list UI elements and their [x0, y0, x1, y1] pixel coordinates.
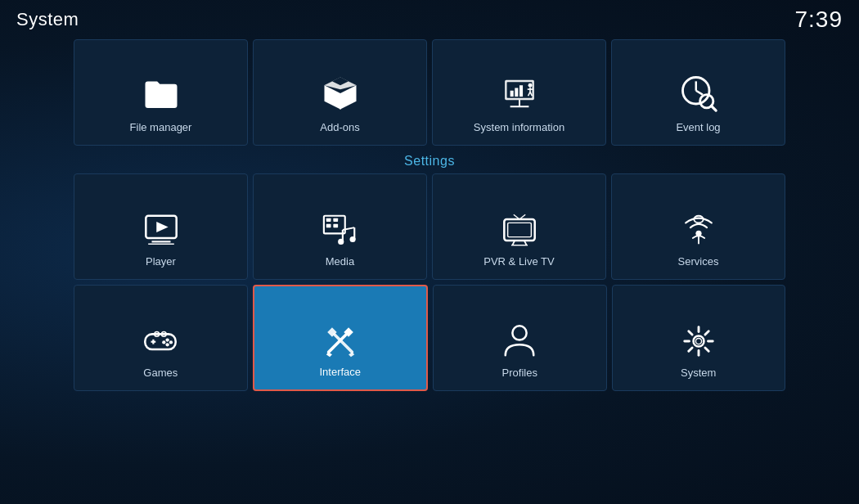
tile-pvr-live-tv[interactable]: PVR & Live TV — [432, 173, 606, 280]
tile-media[interactable]: Media — [253, 173, 427, 280]
tile-label-pvr-live-tv: PVR & Live TV — [483, 255, 554, 268]
svg-rect-9 — [510, 91, 513, 97]
tile-system-information[interactable]: System information — [432, 39, 606, 146]
tv-icon — [501, 211, 538, 249]
tile-label-event-log: Event log — [676, 121, 720, 133]
svg-marker-60 — [349, 352, 354, 357]
app-title: System — [16, 9, 79, 30]
tile-label-player: Player — [146, 255, 176, 268]
svg-point-50 — [169, 340, 173, 344]
play-icon — [142, 211, 180, 249]
tile-games[interactable]: Games — [74, 285, 248, 391]
tile-label-file-manager: File manager — [130, 121, 192, 133]
tile-label-interface: Interface — [319, 366, 361, 378]
svg-line-19 — [695, 91, 702, 95]
pencil-icon — [322, 322, 359, 359]
svg-point-52 — [166, 343, 169, 346]
svg-rect-10 — [515, 88, 518, 97]
svg-point-61 — [513, 326, 527, 340]
svg-rect-28 — [333, 218, 338, 222]
svg-point-35 — [349, 236, 355, 242]
tile-event-log[interactable]: Event log — [611, 39, 785, 146]
tile-label-games: Games — [143, 367, 178, 379]
tile-profiles[interactable]: Profiles — [433, 285, 607, 391]
media-icon — [322, 211, 359, 249]
svg-line-21 — [711, 106, 716, 110]
svg-point-49 — [166, 338, 169, 341]
bottom-grid: Games Interface Profiles — [0, 285, 859, 391]
tile-services[interactable]: Services — [611, 173, 785, 280]
svg-rect-27 — [326, 218, 331, 222]
section-label: Settings — [0, 146, 859, 173]
settings-grid: Player Media — [0, 173, 859, 280]
tile-label-add-ons: Add-ons — [320, 121, 359, 133]
svg-point-12 — [528, 83, 532, 88]
gear-icon — [680, 322, 717, 360]
svg-line-68 — [705, 348, 708, 351]
clock-search-icon — [677, 72, 720, 115]
svg-line-67 — [689, 331, 692, 335]
tile-label-system-information: System information — [474, 121, 564, 133]
tile-file-manager[interactable]: File manager — [74, 39, 248, 146]
tile-label-system: System — [681, 367, 716, 379]
svg-point-51 — [162, 340, 165, 344]
svg-rect-11 — [519, 85, 523, 97]
projector-icon — [498, 72, 541, 115]
svg-line-70 — [689, 348, 692, 351]
svg-marker-57 — [326, 352, 332, 357]
tile-interface[interactable]: Interface — [253, 285, 429, 391]
tile-system[interactable]: System — [612, 285, 786, 391]
top-tiles: File manager Add-ons — [0, 39, 859, 146]
box-icon — [319, 72, 362, 115]
svg-point-34 — [338, 239, 344, 245]
page-wrapper: System 7:39 File manager Add-ons — [0, 0, 859, 504]
gamepad-icon — [142, 322, 179, 360]
svg-rect-37 — [507, 223, 531, 236]
person-icon — [501, 322, 538, 360]
svg-rect-29 — [326, 224, 331, 227]
tile-add-ons[interactable]: Add-ons — [253, 39, 427, 146]
header: System 7:39 — [0, 0, 859, 36]
tile-player[interactable]: Player — [74, 173, 248, 280]
tile-label-profiles: Profiles — [502, 367, 537, 379]
wifi-icon — [680, 211, 717, 249]
svg-line-69 — [705, 331, 708, 335]
svg-rect-30 — [333, 224, 338, 227]
clock: 7:39 — [795, 7, 843, 33]
tile-label-services: Services — [678, 255, 719, 268]
folder-icon — [140, 72, 182, 115]
tile-label-media: Media — [326, 255, 354, 268]
svg-marker-23 — [156, 222, 168, 232]
